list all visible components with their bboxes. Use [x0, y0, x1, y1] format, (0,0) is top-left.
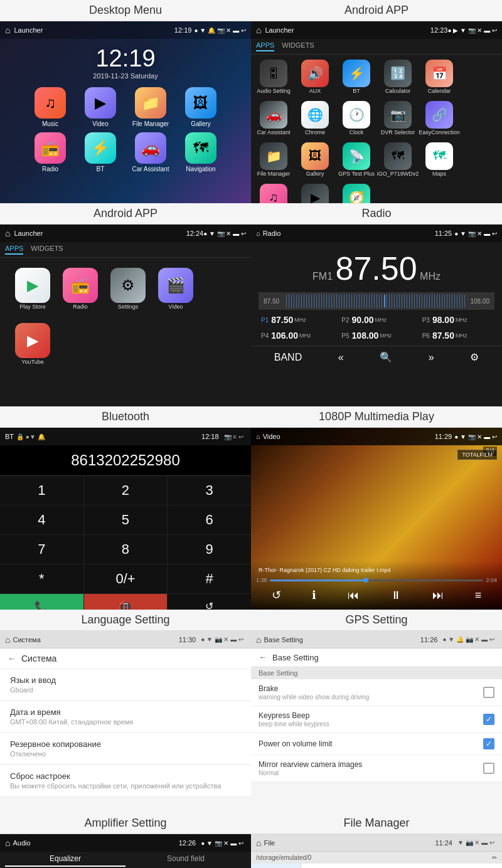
android-gps[interactable]: 📡 GPS Test Plus — [336, 140, 376, 180]
android-chrome[interactable]: 🌐 Chrome — [295, 98, 335, 139]
file-sidebar-sd0[interactable]: SD SD0 — [251, 864, 301, 868]
dial-key-1[interactable]: 1 — [0, 476, 83, 505]
amp-tab-sf[interactable]: Sound field — [125, 854, 246, 867]
gps-back-btn[interactable]: ← — [259, 652, 267, 662]
lang-item-datetime[interactable]: Дата и время GMT+08:00 Китай, стандартно… — [0, 701, 251, 733]
media-home-icon[interactable]: ⌂ — [256, 433, 260, 440]
gps-checkbox-1[interactable]: ✓ — [483, 714, 494, 725]
media-controls: ↺ ℹ ⏮ ⏸ ⏭ ≡ — [256, 586, 497, 605]
android-aux[interactable]: 🔊 AUX — [295, 57, 335, 97]
android-dvr[interactable]: 📷 DVR Selector — [378, 98, 418, 139]
media-playlist-btn[interactable]: ≡ — [475, 589, 482, 602]
tab2-apps[interactable]: APPS — [5, 245, 23, 255]
preset-p6[interactable]: P6 87.50 MHz — [417, 328, 497, 343]
android-igo[interactable]: 🗺 iGO_P719WDv2 — [378, 140, 418, 180]
android-calc[interactable]: 🔢 Calculator — [378, 57, 418, 97]
bt-status-icons: 🔒 ●▼ 🔔 — [16, 433, 45, 440]
dial-key-9[interactable]: 9 — [168, 535, 251, 564]
lang-item-backup[interactable]: Резервное копирование Отключено — [0, 733, 251, 765]
preset-p3[interactable]: P3 98.00 MHz — [417, 312, 497, 327]
radio-home-icon[interactable]: ⌂ — [256, 230, 260, 237]
media-play-btn[interactable]: ⏸ — [390, 589, 402, 602]
amp-tab-eq[interactable]: Equalizer — [5, 854, 125, 867]
gps-checkbox-2[interactable]: ✓ — [483, 738, 494, 749]
android2-radio[interactable]: 📻 Radio — [60, 265, 100, 313]
android-easy[interactable]: 🔗 EasyConnection — [419, 98, 459, 139]
dial-key-7[interactable]: 7 — [0, 535, 83, 564]
dial-key-3[interactable]: 3 — [168, 476, 251, 505]
radio-band-btn[interactable]: BAND — [269, 349, 307, 366]
android2-youtube[interactable]: ▶ YouTube — [13, 320, 53, 368]
android2-settings[interactable]: ⚙ Settings — [108, 265, 148, 313]
dial-refresh-btn[interactable]: ↺ — [168, 594, 251, 610]
android-calendar[interactable]: 📅 Calendar — [419, 57, 459, 97]
file-home-icon[interactable]: ⌂ — [256, 838, 261, 848]
desktop-home-icon[interactable]: ⌂ — [5, 25, 10, 35]
gps-home-icon[interactable]: ⌂ — [256, 635, 261, 645]
media-info-btn[interactable]: ℹ — [312, 588, 316, 602]
file-edit-icon[interactable]: ✏ — [492, 854, 497, 861]
media-progress[interactable]: 1:38 2:04 — [256, 577, 497, 583]
dial-hangup-btn[interactable]: 📵 — [84, 594, 168, 610]
desktop-app-music[interactable]: ♫ Music — [28, 87, 73, 127]
dial-call-btn[interactable]: 📞 — [0, 594, 83, 610]
radio-scan-btn[interactable]: 🔍 — [375, 349, 397, 366]
media-next-btn[interactable]: ⏭ — [432, 589, 444, 602]
radio-panel: ⌂ Radio 11:25 ● ▼ 📷 ✕ ▬ ↩ FM1 87.50 MHz … — [251, 225, 502, 406]
android2-video[interactable]: 🎬 Video — [156, 265, 196, 313]
dial-key-5[interactable]: 5 — [84, 505, 168, 534]
android-bt[interactable]: ⚡ BT — [336, 57, 376, 97]
media-repeat-btn[interactable]: ↺ — [272, 588, 281, 602]
radio-next-btn[interactable]: » — [424, 349, 439, 366]
android-carassist[interactable]: 🚗 Car Assistant — [254, 98, 294, 139]
preset-p1[interactable]: P1 87.50 MHz — [256, 312, 336, 327]
tab2-widgets[interactable]: WIDGETS — [31, 245, 63, 255]
amp-home-icon[interactable]: ⌂ — [5, 838, 10, 848]
media-prev-btn[interactable]: ⏮ — [348, 589, 359, 602]
lang-back-btn[interactable]: ← — [8, 654, 16, 664]
android-audio[interactable]: 🎛 Audio Setting — [254, 57, 294, 97]
desktop-app-radio[interactable]: 📻 Radio — [28, 132, 73, 172]
dial-key-star[interactable]: * — [0, 564, 83, 593]
amp-status-bar: ⌂ Audio 12:26 ● ▼ 📷 ✕ ▬ ↩ — [0, 834, 251, 852]
gps-checkbox-0[interactable] — [483, 687, 494, 698]
radio-prev-btn[interactable]: « — [333, 349, 349, 366]
radio-wave-display — [284, 294, 465, 308]
desktop-app-nav[interactable]: 🗺 Navigation — [178, 132, 223, 172]
desktop-app-gallery[interactable]: 🖼 Gallery — [178, 87, 223, 127]
android-fm[interactable]: 📁 File Manager — [254, 140, 294, 180]
tab-widgets[interactable]: WIDGETS — [282, 41, 314, 51]
preset-p2[interactable]: P2 90.00 MHz — [336, 312, 416, 327]
progress-track[interactable] — [270, 580, 484, 581]
desktop-app-car[interactable]: 🚗 Car Assistant — [128, 132, 173, 172]
tab-apps[interactable]: APPS — [256, 41, 274, 51]
preset-p5[interactable]: P5 108.00 MHz — [336, 328, 416, 343]
preset-p4[interactable]: P4 106.00 MHz — [256, 328, 336, 343]
android-mx[interactable]: ▶ MX Player Pro — [295, 181, 335, 203]
desktop-app-files[interactable]: 📁 File Manager — [128, 87, 173, 127]
lang-item-language[interactable]: Язык и ввод Gboard — [0, 669, 251, 701]
android-home-icon[interactable]: ⌂ — [256, 25, 261, 35]
preset-p1-label: P1 — [261, 317, 269, 324]
dial-key-4[interactable]: 4 — [0, 505, 83, 534]
android-music[interactable]: ♫ Music — [254, 181, 294, 203]
radio-settings-btn[interactable]: ⚙ — [465, 349, 484, 366]
android2-home-icon[interactable]: ⌂ — [5, 228, 10, 238]
desktop-app-bt[interactable]: ⚡ BT — [78, 132, 123, 172]
android-clock[interactable]: 🕐 Clock — [336, 98, 376, 139]
android2-playstore[interactable]: ▶ Play Store — [13, 265, 53, 313]
dial-key-6[interactable]: 6 — [168, 505, 251, 534]
desktop-menu-title: Desktop Menu — [0, 0, 251, 21]
dial-key-0[interactable]: 0/+ — [84, 564, 168, 593]
dial-key-8[interactable]: 8 — [84, 535, 168, 564]
android-nav[interactable]: 🧭 Navigation — [336, 181, 376, 203]
lang-home-icon[interactable]: ⌂ — [5, 635, 10, 645]
android-maps[interactable]: 🗺 Maps — [419, 140, 459, 180]
dial-key-2[interactable]: 2 — [84, 476, 168, 505]
gps-checkbox-3[interactable] — [483, 763, 494, 774]
dial-key-hash[interactable]: # — [168, 564, 251, 593]
desktop-app-video[interactable]: ▶ Video — [78, 87, 123, 127]
lang-item-reset[interactable]: Сброс настроек Вы можете сбросить настро… — [0, 765, 251, 797]
android-gal[interactable]: 🖼 Gallery — [295, 140, 335, 180]
file-item-alarms[interactable]: 📁 Alarms(0) 2016-08-18 — [301, 864, 502, 868]
